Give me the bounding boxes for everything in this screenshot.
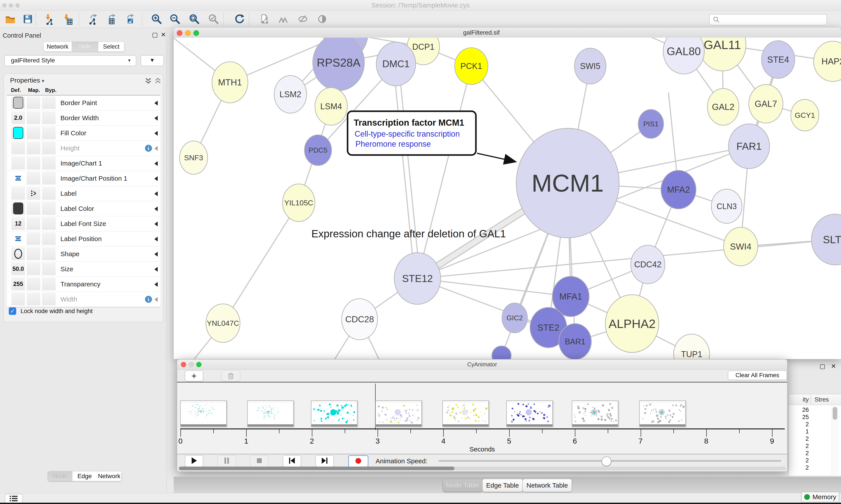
next-frame-button[interactable] [315,455,334,467]
tab-edge-table[interactable]: Edge Table [482,479,523,492]
previous-frame-button[interactable] [283,455,301,467]
first-neighbors-button[interactable] [278,14,289,25]
def-cell[interactable] [12,96,25,109]
node-CDC28[interactable]: CDC28 [342,299,378,340]
table-header-stress[interactable]: Stres [815,396,829,403]
import-table-button[interactable] [62,14,74,25]
node-GIC2[interactable]: GIC2 [502,303,527,333]
frame-thumbnail-6[interactable] [572,400,618,427]
node-YNL047C[interactable]: YNL047C [206,304,240,342]
expand-row-icon[interactable] [152,146,158,151]
open-session-button[interactable] [4,14,16,25]
style-options-button[interactable]: ▼ [141,55,164,66]
node-RPS28A[interactable]: RPS28A [313,38,364,91]
tab-node-table[interactable]: Node Table [443,479,482,492]
node-TUP1[interactable]: TUP1 [674,334,710,359]
refresh-button[interactable] [234,14,246,25]
collapse-all-icon[interactable] [154,77,162,85]
node-CDC42[interactable]: CDC42 [631,245,665,284]
properties-header[interactable]: Properties ▾ [10,77,44,84]
property-row-height[interactable]: Heighti [7,141,160,156]
node-GAL7[interactable]: GAL7 [749,85,783,123]
node-PDC5[interactable]: PDC5 [304,135,332,165]
export-table-button[interactable] [106,14,118,25]
clone-network-button[interactable] [258,14,270,25]
def-cell[interactable]: 12 [12,217,25,230]
hide-details-button[interactable] [297,14,309,25]
info-icon[interactable]: i [145,145,152,152]
network-canvas[interactable]: RPS28BDCP1RPS28ADMC1PCK1SWI5GAL11GAL80ST… [174,38,841,359]
map-cell[interactable] [27,202,40,215]
byp-cell[interactable] [42,293,56,305]
node-DMC1[interactable]: DMC1 [376,42,416,86]
node-SNF3[interactable]: SNF3 [180,141,208,174]
property-row-border-width[interactable]: 2.0Border Width [7,111,160,126]
frame-thumbnail-5[interactable] [506,400,553,427]
timeline-scrollbar-thumb[interactable] [179,467,454,470]
map-cell[interactable] [27,127,40,139]
search-input[interactable] [709,14,827,25]
panel-tab-node[interactable]: Node [48,471,72,481]
expand-row-icon[interactable] [152,191,158,196]
node-PIS1[interactable]: PIS1 [638,109,664,138]
def-cell[interactable] [12,127,25,139]
export-network-button[interactable] [88,14,100,25]
map-cell[interactable] [27,217,40,230]
byp-cell[interactable] [42,277,56,290]
node-GAL2[interactable]: GAL2 [708,88,739,125]
def-cell[interactable]: 255 [12,277,25,290]
byp-cell[interactable] [42,127,56,139]
byp-cell[interactable] [42,263,56,275]
map-cell[interactable] [27,293,40,305]
table-scrollbar-thumb[interactable] [833,407,837,420]
node-MCM1[interactable]: MCM1 [516,128,619,238]
property-row-width[interactable]: Widthi [7,292,160,307]
byp-cell[interactable] [42,172,56,184]
show-panels-button[interactable] [5,494,23,503]
byp-cell[interactable] [42,142,56,154]
add-frame-button[interactable]: + [185,371,203,381]
zoom-fit-button[interactable] [189,14,200,25]
map-cell[interactable] [27,232,40,245]
frame-thumbnail-0[interactable] [180,400,227,427]
frame-thumbnail-7[interactable] [639,400,686,427]
map-cell[interactable] [27,111,40,124]
save-session-button[interactable] [22,14,34,25]
expand-row-icon[interactable] [152,161,158,166]
node-GAL80[interactable]: GAL80 [663,38,704,74]
zoom-in-button[interactable] [151,14,162,25]
frame-thumbnail-3[interactable] [375,400,422,427]
expand-row-icon[interactable] [152,176,158,181]
tab-network[interactable]: Network [43,42,72,51]
def-cell[interactable]: 2.0 [12,111,25,124]
lock-size-checkbox[interactable]: ✓ [9,307,16,315]
property-row-shape[interactable]: Shape [7,247,160,262]
map-cell[interactable] [27,142,40,154]
property-row-border-paint[interactable]: Border Paint [7,95,160,111]
node-GAL11[interactable]: GAL11 [699,38,746,71]
export-image-button[interactable] [124,14,136,25]
cyanimator-titlebar[interactable]: CyAnimator [177,360,787,370]
animation-speed-slider-thumb[interactable] [602,456,611,466]
map-cell[interactable] [27,187,40,200]
frame-thumbnail-1[interactable] [247,400,294,427]
style-dropdown[interactable]: galFiltered Style ▾ [4,55,136,66]
tab-select[interactable]: Select [99,42,124,51]
map-cell[interactable] [27,157,40,169]
byp-cell[interactable] [42,96,56,109]
byp-cell[interactable] [42,232,56,245]
node-STE12[interactable]: STE12 [394,253,441,304]
def-cell[interactable] [12,202,25,215]
node-GCY1[interactable]: GCY1 [791,100,819,131]
zoom-out-button[interactable] [169,14,181,25]
def-cell[interactable] [12,172,25,184]
property-row-label-position[interactable]: Label Position [7,231,160,247]
panel-tab-network[interactable]: Network [97,471,122,481]
byp-cell[interactable] [42,247,56,260]
node-STE4[interactable]: STE4 [762,41,795,78]
close-panel-icon[interactable]: ✕ [161,31,166,38]
expand-row-icon[interactable] [152,252,158,257]
node-BAR1[interactable]: BAR1 [559,324,591,359]
node-PCK1[interactable]: PCK1 [455,48,488,85]
node-CLN3[interactable]: CLN3 [711,189,742,223]
